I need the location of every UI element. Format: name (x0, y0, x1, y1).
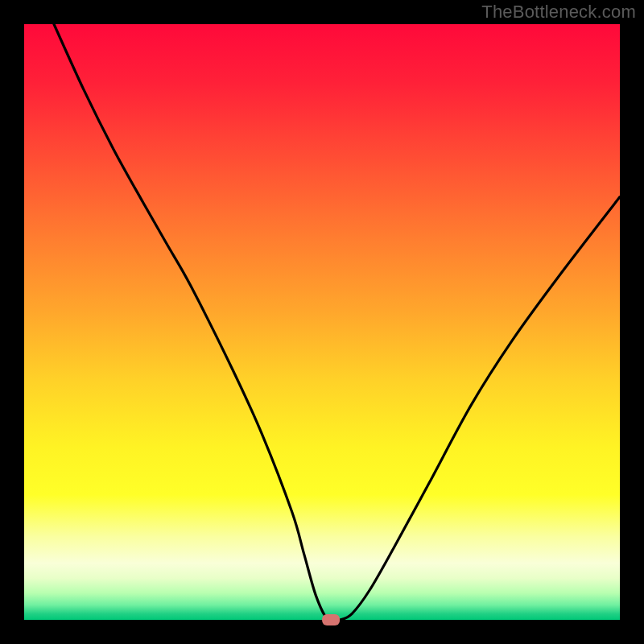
watermark-text: TheBottleneck.com (481, 2, 636, 23)
plot-background (24, 24, 620, 620)
optimum-marker (322, 614, 340, 625)
chart-frame: TheBottleneck.com (0, 0, 644, 644)
bottleneck-chart (0, 0, 644, 644)
